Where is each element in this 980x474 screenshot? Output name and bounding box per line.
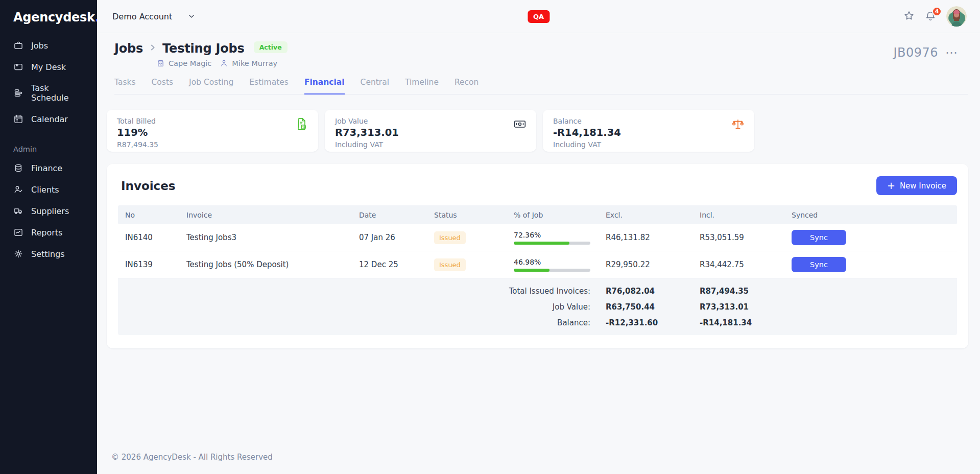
totals-incl: R73,313.01 — [700, 302, 792, 312]
tab-recon[interactable]: Recon — [455, 78, 479, 94]
column-header-synced: Synced — [792, 211, 957, 219]
sidebar-item-jobs[interactable]: Jobs — [0, 35, 97, 56]
sidebar-item-calendar[interactable]: Calendar — [0, 108, 97, 130]
breadcrumb: Jobs Testing Jobs Active — [114, 41, 288, 56]
sidebar-section-admin: Admin — [13, 145, 84, 153]
briefcase-icon — [13, 40, 23, 51]
card-total-billed: Total Billed 119% R87,494.35 $ — [107, 110, 318, 152]
totals-incl: -R14,181.34 — [700, 318, 792, 327]
chevron-down-icon — [187, 12, 196, 20]
invoices-panel: Invoices + New Invoice No Invoice Date S… — [107, 164, 968, 348]
column-header-status: Status — [434, 211, 514, 219]
incl-amount: R34,442.75 — [700, 260, 792, 269]
sidebar-item-label: Jobs — [31, 41, 48, 51]
sidebar-item-label: Finance — [31, 163, 62, 173]
topbar-actions: 4 — [903, 6, 967, 27]
totals-section: Total Issued Invoices: R76,082.04 R87,49… — [118, 278, 957, 335]
breadcrumb-jobs-link[interactable]: Jobs — [114, 41, 143, 56]
invoice-name: Testing Jobs3 — [186, 233, 359, 242]
totals-excl: R63,750.44 — [606, 302, 700, 312]
job-meta: Cape Magic Mike Murray — [156, 59, 288, 67]
totals-excl: R76,082.04 — [606, 287, 700, 296]
status-badge-issued: Issued — [434, 231, 466, 244]
tab-costs[interactable]: Costs — [152, 78, 174, 94]
avatar-illustration — [946, 6, 967, 27]
excl-amount: R29,950.22 — [606, 260, 700, 269]
sidebar-item-finance[interactable]: Finance — [0, 157, 97, 179]
sidebar-item-settings[interactable]: Settings — [0, 243, 97, 265]
page-content: Jobs Testing Jobs Active Cape Magic Mike… — [97, 33, 980, 474]
table-row[interactable]: IN6139 Testing Jobs (50% Deposit) 12 Dec… — [118, 251, 957, 278]
column-header-excl: Excl. — [606, 211, 700, 219]
invoice-dollar-icon: $ — [295, 117, 308, 131]
qa-environment-badge: QA — [528, 10, 549, 23]
table-row[interactable]: IN6140 Testing Jobs3 07 Jan 26 Issued 72… — [118, 224, 957, 251]
totals-excl: -R12,331.60 — [606, 318, 700, 327]
copyright-footer: © 2026 AgencyDesk - All Rights Reserved — [107, 453, 968, 468]
tab-tasks[interactable]: Tasks — [114, 78, 136, 94]
totals-row-job-value: Job Value: R63,750.44 R73,313.01 — [118, 299, 957, 315]
sidebar-item-clients[interactable]: Clients — [0, 179, 97, 200]
notifications-button[interactable]: 4 — [925, 10, 937, 22]
sidebar-admin-nav: Finance Clients Suppliers Reports Settin… — [0, 157, 97, 265]
account-switcher[interactable]: Demo Account — [112, 12, 196, 21]
column-header-invoice: Invoice — [186, 211, 359, 219]
coins-icon — [13, 163, 23, 173]
star-icon — [903, 10, 915, 21]
topbar: Demo Account QA 4 — [97, 0, 980, 33]
truck-icon — [13, 206, 23, 216]
tab-financial[interactable]: Financial — [304, 78, 345, 94]
card-job-value: Job Value R73,313.01 Including VAT — [325, 110, 536, 152]
app-logo: Agencydesk. — [0, 6, 97, 35]
invoice-date: 12 Dec 25 — [359, 260, 434, 269]
percent-text: 46.98% — [514, 258, 606, 266]
invoice-no: IN6139 — [118, 260, 186, 269]
invoices-table: No Invoice Date Status % of Job Excl. In… — [118, 205, 957, 335]
calendar-icon — [13, 114, 23, 124]
summary-cards: Total Billed 119% R87,494.35 $ Job Value… — [107, 110, 968, 152]
invoice-name: Testing Jobs (50% Deposit) — [186, 260, 359, 269]
sidebar-item-my-desk[interactable]: My Desk — [0, 56, 97, 78]
person-check-icon — [13, 184, 23, 195]
status-badge: Active — [254, 41, 288, 53]
banknote-icon — [513, 117, 527, 131]
percent-of-job-cell: 72.36% — [514, 231, 606, 245]
building-icon — [156, 59, 165, 67]
sidebar-item-reports[interactable]: Reports — [0, 222, 97, 243]
owner-name: Mike Murray — [220, 59, 277, 67]
job-number-area: JB0976 ⋯ — [893, 45, 958, 60]
column-header-no: No — [118, 211, 186, 219]
sidebar-item-label: Calendar — [31, 114, 68, 124]
column-header-incl: Incl. — [700, 211, 792, 219]
progress-bar — [514, 242, 590, 245]
sidebar: Agencydesk. Jobs My Desk Task Schedule C… — [0, 0, 97, 474]
progress-bar — [514, 269, 590, 272]
avatar[interactable] — [946, 6, 967, 27]
tab-timeline[interactable]: Timeline — [405, 78, 439, 94]
excl-amount: R46,131.82 — [606, 233, 700, 242]
tab-central[interactable]: Central — [361, 78, 389, 94]
tab-bar: Tasks Costs Job Costing Estimates Financ… — [114, 78, 968, 94]
tab-estimates[interactable]: Estimates — [249, 78, 289, 94]
status-badge-issued: Issued — [434, 258, 466, 271]
more-options-icon[interactable]: ⋯ — [945, 50, 958, 55]
tab-job-costing[interactable]: Job Costing — [189, 78, 233, 94]
gear-icon — [13, 249, 23, 259]
invoices-title: Invoices — [121, 179, 176, 193]
favorites-button[interactable] — [903, 10, 916, 22]
sidebar-item-suppliers[interactable]: Suppliers — [0, 200, 97, 222]
totals-row-issued: Total Issued Invoices: R76,082.04 R87,49… — [118, 283, 957, 299]
new-invoice-button[interactable]: + New Invoice — [876, 176, 957, 195]
job-number: JB0976 — [893, 45, 938, 60]
incl-amount: R53,051.59 — [700, 233, 792, 242]
sidebar-main-nav: Jobs My Desk Task Schedule Calendar — [0, 35, 97, 130]
sync-button[interactable]: Sync — [792, 257, 846, 272]
totals-row-balance: Balance: -R12,331.60 -R14,181.34 — [118, 315, 957, 330]
account-name: Demo Account — [112, 12, 172, 21]
sidebar-item-label: My Desk — [31, 62, 66, 72]
svg-text:$: $ — [302, 125, 304, 129]
sidebar-item-task-schedule[interactable]: Task Schedule — [0, 78, 97, 108]
percent-of-job-cell: 46.98% — [514, 258, 606, 272]
sync-button[interactable]: Sync — [792, 230, 846, 245]
notification-count-badge: 4 — [932, 7, 942, 16]
